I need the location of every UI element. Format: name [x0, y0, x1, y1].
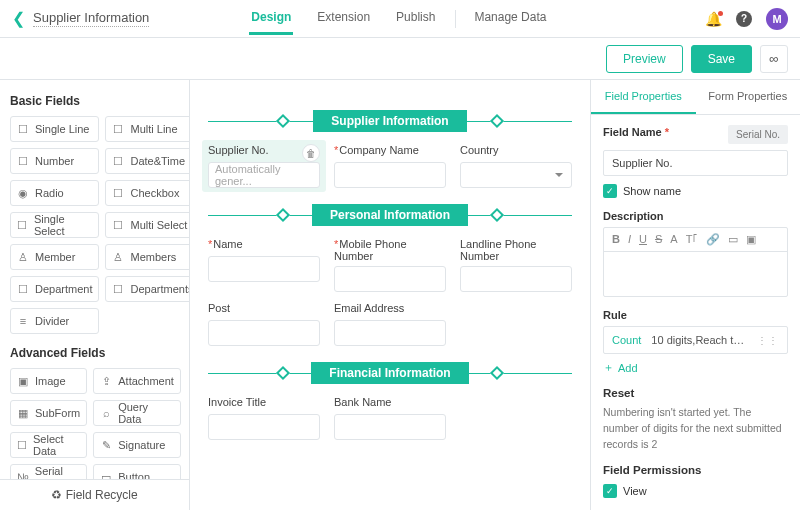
- basic-fields-heading: Basic Fields: [10, 94, 179, 108]
- back-icon[interactable]: ❮: [12, 9, 25, 28]
- field-landline[interactable]: Landline Phone Number: [460, 238, 572, 292]
- link-icon[interactable]: 🔗: [706, 233, 720, 246]
- basic-field-department[interactable]: ☐Department: [10, 276, 99, 302]
- underline-icon[interactable]: U: [639, 233, 647, 246]
- basic-field-member[interactable]: ♙Member: [10, 244, 99, 270]
- section-personal-info[interactable]: Personal Information: [312, 204, 468, 226]
- field-type-badge: Serial No.: [728, 125, 788, 144]
- page-title[interactable]: Supplier Information: [33, 10, 149, 27]
- field-email[interactable]: Email Address: [334, 302, 446, 346]
- textcolor-icon[interactable]: T｢: [686, 233, 699, 246]
- field-name-input[interactable]: [603, 150, 788, 176]
- bold-icon[interactable]: B: [612, 233, 620, 246]
- adv-field-signature[interactable]: ✎Signature: [93, 432, 181, 458]
- delete-icon[interactable]: 🗑: [302, 144, 320, 162]
- tab-extension[interactable]: Extension: [315, 2, 372, 35]
- share-button[interactable]: ∞: [760, 45, 788, 73]
- field-recycle[interactable]: ♻ Field Recycle: [0, 479, 189, 510]
- show-name-checkbox[interactable]: ✓Show name: [603, 184, 788, 198]
- font-icon[interactable]: A: [670, 233, 677, 246]
- advanced-fields-heading: Advanced Fields: [10, 346, 179, 360]
- add-rule-button[interactable]: ＋ Add: [603, 360, 788, 375]
- field-supplier-no[interactable]: 🗑 Supplier No. Automatically gener...: [202, 140, 326, 192]
- view-checkbox[interactable]: ✓View: [603, 484, 788, 498]
- bell-icon[interactable]: 🔔: [705, 11, 722, 27]
- divider: [455, 10, 456, 28]
- help-icon[interactable]: ?: [736, 11, 752, 27]
- strike-icon[interactable]: S: [655, 233, 662, 246]
- basic-field-number[interactable]: ☐Number: [10, 148, 99, 174]
- section-supplier-info[interactable]: Supplier Information: [313, 110, 466, 132]
- field-country[interactable]: Country: [460, 144, 572, 188]
- code-icon[interactable]: ▭: [728, 233, 738, 246]
- basic-field-checkbox[interactable]: ☐Checkbox: [105, 180, 190, 206]
- section-financial-info[interactable]: Financial Information: [311, 362, 468, 384]
- field-company-name[interactable]: Company Name: [334, 144, 446, 188]
- tab-publish[interactable]: Publish: [394, 2, 437, 35]
- tab-design[interactable]: Design: [249, 2, 293, 35]
- field-mobile[interactable]: Mobile Phone Number: [334, 238, 446, 292]
- rule-row[interactable]: Count 10 digits,Reach the ... ⋮⋮: [603, 326, 788, 354]
- basic-field-single-select[interactable]: ☐Single Select: [10, 212, 99, 238]
- avatar[interactable]: M: [766, 8, 788, 30]
- italic-icon[interactable]: I: [628, 233, 631, 246]
- reset-heading: Reset: [603, 387, 788, 399]
- basic-field-single-line[interactable]: ☐Single Line: [10, 116, 99, 142]
- manage-data-link[interactable]: Manage Data: [474, 2, 546, 35]
- tab-form-properties[interactable]: Form Properties: [696, 80, 801, 114]
- reset-text: Numbering isn't started yet. The number …: [603, 405, 788, 452]
- field-name[interactable]: Name: [208, 238, 320, 292]
- description-label: Description: [603, 210, 788, 222]
- basic-field-members[interactable]: ♙Members: [105, 244, 190, 270]
- field-name-label: Field Name*: [603, 125, 669, 139]
- basic-field-divider[interactable]: ≡Divider: [10, 308, 99, 334]
- adv-field-select-data[interactable]: ☐Select Data: [10, 432, 87, 458]
- basic-field-multi-select[interactable]: ☐Multi Select: [105, 212, 190, 238]
- adv-field-subform[interactable]: ▦SubForm: [10, 400, 87, 426]
- adv-field-query-data[interactable]: ⌕Query Data: [93, 400, 181, 426]
- drag-handle-icon[interactable]: ⋮⋮: [757, 335, 779, 346]
- basic-field-departments[interactable]: ☐Departments: [105, 276, 190, 302]
- rule-label: Rule: [603, 309, 788, 321]
- field-post[interactable]: Post: [208, 302, 320, 346]
- save-button[interactable]: Save: [691, 45, 752, 73]
- tab-field-properties[interactable]: Field Properties: [591, 80, 696, 114]
- basic-field-multi-line[interactable]: ☐Multi Line: [105, 116, 190, 142]
- basic-field-radio[interactable]: ◉Radio: [10, 180, 99, 206]
- preview-button[interactable]: Preview: [606, 45, 683, 73]
- description-editor[interactable]: B I U S A T｢ 🔗 ▭ ▣: [603, 227, 788, 297]
- field-bank-name[interactable]: Bank Name: [334, 396, 446, 440]
- field-permissions-heading: Field Permissions: [603, 464, 788, 476]
- adv-field-image[interactable]: ▣Image: [10, 368, 87, 394]
- adv-field-attachment[interactable]: ⇪Attachment: [93, 368, 181, 394]
- basic-field-date-time[interactable]: ☐Date&Time: [105, 148, 190, 174]
- image-icon[interactable]: ▣: [746, 233, 756, 246]
- field-invoice-title[interactable]: Invoice Title: [208, 396, 320, 440]
